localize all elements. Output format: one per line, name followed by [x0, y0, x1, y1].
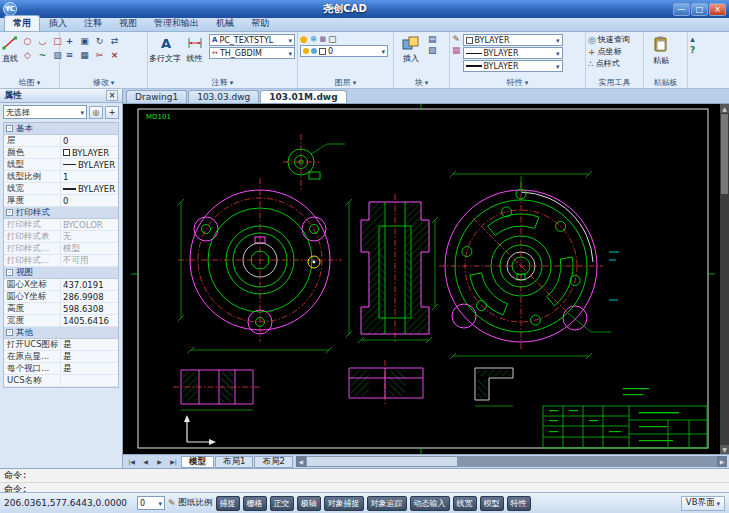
draw-group-label[interactable]: 绘图	[0, 77, 59, 88]
section-misc[interactable]: 其他	[4, 327, 118, 339]
match-properties-icon[interactable]	[452, 34, 461, 44]
prop-row-ucs-origin[interactable]: 在原点显...是	[4, 351, 118, 363]
erase-icon[interactable]	[107, 48, 122, 62]
prop-row-ucs-name[interactable]: UCS名称	[4, 375, 118, 387]
tab-manage-output[interactable]: 管理和输出	[146, 16, 207, 31]
vertical-scroll-thumb[interactable]	[721, 114, 728, 194]
collapse-icon[interactable]	[6, 209, 13, 216]
annotate-group-label[interactable]: 注释	[148, 77, 297, 88]
section-general[interactable]: 基本	[4, 123, 118, 135]
properties-group-label[interactable]: 特性	[450, 77, 585, 88]
point-coordinate-button[interactable]: 点坐标	[588, 46, 630, 57]
properties-palette-header[interactable]: 属性	[0, 89, 122, 103]
quick-select-icon[interactable]: ◎	[89, 106, 103, 119]
section-view[interactable]: 视图	[4, 267, 118, 279]
ui-mode-selector[interactable]: VB界面	[681, 496, 725, 511]
doc-tab-drawing1[interactable]: Drawing1	[126, 90, 187, 103]
layer-on-icon[interactable]	[300, 34, 308, 44]
text-style-select[interactable]: PC_TEXTSTYL	[209, 34, 295, 46]
prop-row-ucs-per-viewport[interactable]: 每个视口...是	[4, 363, 118, 375]
tab-view[interactable]: 视图	[111, 16, 145, 31]
collapse-icon[interactable]	[6, 269, 13, 276]
clipboard-group-label[interactable]: 粘贴板	[644, 77, 687, 88]
polygon-icon[interactable]	[20, 48, 35, 62]
ortho-toggle[interactable]: 正交	[270, 496, 294, 511]
utilities-group-label[interactable]: 实用工具	[586, 77, 643, 88]
tab-help[interactable]: 帮助	[243, 16, 277, 31]
next-tab-icon[interactable]	[153, 456, 166, 467]
vertical-scrollbar[interactable]	[720, 104, 729, 454]
tab-model[interactable]: 模型	[181, 456, 214, 468]
scroll-left-icon[interactable]	[296, 456, 306, 467]
edit-scale-icon[interactable]	[168, 498, 176, 508]
line-button[interactable]: 直线	[2, 34, 18, 64]
tab-annotate[interactable]: 注释	[76, 16, 110, 31]
create-block-icon[interactable]	[428, 34, 437, 44]
model-toggle[interactable]: 模型	[480, 496, 504, 511]
last-tab-icon[interactable]	[167, 456, 180, 467]
horizontal-scrollbar[interactable]	[296, 456, 727, 467]
scroll-down-icon[interactable]	[720, 445, 729, 454]
horizontal-scroll-thumb[interactable]	[307, 457, 457, 466]
prop-row-lineweight[interactable]: 线宽BYLAYER	[4, 183, 118, 195]
collapse-icon[interactable]	[6, 125, 13, 132]
insert-block-button[interactable]: 插入	[396, 34, 426, 64]
quick-query-button[interactable]: 快速查询	[588, 34, 630, 45]
close-icon[interactable]	[106, 90, 118, 101]
layer-lock-icon[interactable]	[319, 35, 326, 43]
maximize-button[interactable]	[691, 3, 708, 16]
tab-layout2[interactable]: 布局2	[254, 456, 292, 468]
offset-icon[interactable]	[62, 48, 77, 62]
spline-icon[interactable]	[35, 48, 50, 62]
color-picker-icon[interactable]	[452, 45, 461, 55]
first-tab-icon[interactable]	[125, 456, 138, 467]
trim-icon[interactable]	[92, 48, 107, 62]
prop-row-center-y[interactable]: 圆心Y坐标286.9908	[4, 291, 118, 303]
properties-toggle[interactable]: 特性	[507, 496, 531, 511]
dim-style-select[interactable]: TH_GBDIM	[209, 47, 295, 59]
prop-row-linetype[interactable]: 线型BYLAYER	[4, 159, 118, 171]
prop-row-height[interactable]: 高度598.6308	[4, 303, 118, 315]
lineweight-toggle[interactable]: 线宽	[453, 496, 477, 511]
otrack-toggle[interactable]: 对象追踪	[367, 496, 407, 511]
edit-block-icon[interactable]	[428, 45, 437, 55]
grid-toggle[interactable]: 栅格	[243, 496, 267, 511]
help-icon[interactable]	[690, 45, 695, 55]
prop-row-thickness[interactable]: 厚度0	[4, 195, 118, 207]
selection-filter-select[interactable]: 无选择	[3, 105, 87, 119]
array-icon[interactable]	[77, 48, 92, 62]
tab-insert[interactable]: 插入	[41, 16, 75, 31]
lineweight-select[interactable]: BYLAYER	[463, 60, 563, 72]
collapse-ribbon-icon[interactable]	[690, 34, 695, 44]
doc-tab-103-01m[interactable]: 103.01M.dwg	[260, 90, 346, 103]
paste-button[interactable]: 粘贴	[646, 34, 676, 66]
collapse-icon[interactable]	[6, 329, 13, 336]
rotate-icon[interactable]	[92, 34, 107, 48]
section-plotstyle[interactable]: 打印样式	[4, 207, 118, 219]
point-style-button[interactable]: 点样式	[588, 58, 630, 69]
arc-icon[interactable]	[35, 34, 50, 48]
prop-row-color[interactable]: 颜色BYLAYER	[4, 147, 118, 159]
scale-select[interactable]: 0	[137, 496, 165, 510]
object-color-select[interactable]: BYLAYER	[463, 34, 563, 46]
prop-row-ltscale[interactable]: 线型比例1	[4, 171, 118, 183]
layer-freeze-icon[interactable]	[310, 34, 318, 44]
prop-row-layer[interactable]: 层0	[4, 135, 118, 147]
block-group-label[interactable]: 块	[394, 77, 449, 88]
prev-tab-icon[interactable]	[139, 456, 152, 467]
tab-mechanical[interactable]: 机械	[208, 16, 242, 31]
close-button[interactable]	[709, 3, 726, 16]
polar-toggle[interactable]: 极轴	[297, 496, 321, 511]
prop-row-width[interactable]: 宽度1405.6416	[4, 315, 118, 327]
prop-row-center-x[interactable]: 圆心X坐标437.0191	[4, 279, 118, 291]
tab-home[interactable]: 常用	[4, 15, 40, 31]
move-icon[interactable]	[62, 34, 77, 48]
minimize-button[interactable]	[673, 3, 690, 16]
mtext-button[interactable]: A 多行文字	[150, 34, 180, 64]
layer-select[interactable]: 0	[300, 45, 388, 57]
layer-color-icon[interactable]	[328, 34, 337, 44]
modify-group-label[interactable]: 修改	[60, 77, 147, 88]
osnap-toggle[interactable]: 对象捕捉	[324, 496, 364, 511]
copy-icon[interactable]	[77, 34, 92, 48]
dynamic-input-toggle[interactable]: 动态输入	[410, 496, 450, 511]
